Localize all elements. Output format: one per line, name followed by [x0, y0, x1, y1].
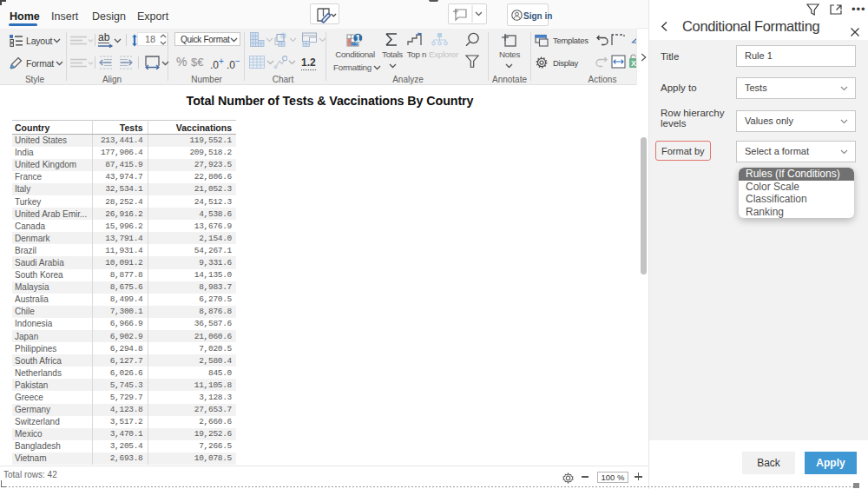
svg-text:1: 1	[355, 33, 360, 43]
